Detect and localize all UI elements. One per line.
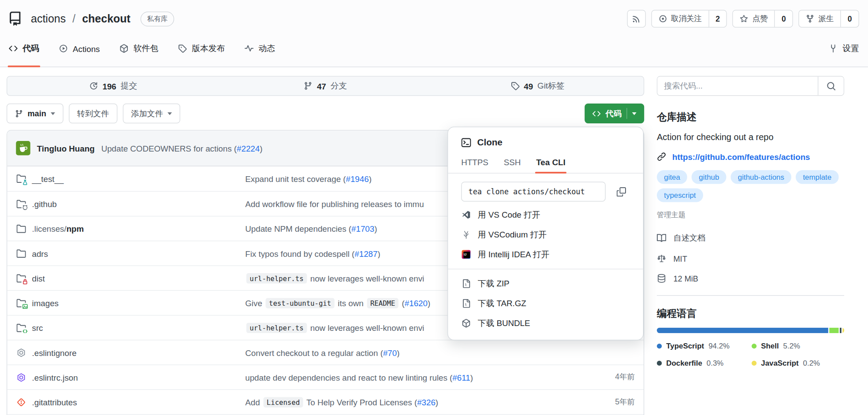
fork-count[interactable]: 0 xyxy=(841,11,859,27)
topic-pill[interactable]: typescript xyxy=(657,189,703,202)
message-text[interactable]: ( xyxy=(399,298,404,308)
download-targz-item[interactable]: 下载 TAR.GZ xyxy=(448,293,643,313)
message-text[interactable]: its own xyxy=(335,298,366,308)
download-bundle-item[interactable]: 下载 BUNDLE xyxy=(448,313,643,333)
file-name-link[interactable]: .eslintrc.json xyxy=(32,373,78,382)
stat-branches[interactable]: 47 分支 xyxy=(220,77,432,96)
language-bar-segment xyxy=(829,328,838,333)
file-name-link[interactable]: .gitattributes xyxy=(32,397,77,407)
message-text[interactable]: Add workflow file for publishing release… xyxy=(245,199,424,208)
readme-link[interactable]: 自述文档 xyxy=(657,233,844,244)
file-name-link[interactable]: npm xyxy=(67,224,84,233)
tab-tea-cli[interactable]: Tea CLI xyxy=(536,158,565,173)
open-vscode-item[interactable]: 用 VS Code 打开 xyxy=(448,205,643,225)
message-text[interactable]: Fix typos found by codespell ( xyxy=(245,248,354,258)
commit-author[interactable]: Tingluo Huang xyxy=(37,144,95,153)
divider xyxy=(626,108,627,119)
message-text[interactable]: To Help Verify Prod Licenses ( xyxy=(304,397,417,407)
repo-tabs: 代码 Actions 软件包 版本发布 xyxy=(0,30,868,67)
watch-count[interactable]: 2 xyxy=(708,11,726,27)
star-count[interactable]: 0 xyxy=(775,11,793,27)
topic-pill[interactable]: gitea xyxy=(657,170,687,184)
message-text[interactable]: ) xyxy=(377,248,380,258)
search-input[interactable] xyxy=(657,77,818,96)
pr-link[interactable]: #611 xyxy=(452,373,470,382)
topic-pill[interactable]: github-actions xyxy=(731,170,792,184)
copy-button[interactable] xyxy=(612,183,630,200)
visibility-badge: 私有库 xyxy=(140,11,174,26)
message-text[interactable]: ) xyxy=(428,298,430,308)
download-bundle-label: 下载 BUNDLE xyxy=(478,318,530,329)
file-name-link[interactable]: __test__ xyxy=(32,174,64,183)
rss-button[interactable] xyxy=(627,10,646,28)
message-text[interactable]: update dev dependencies and react to new… xyxy=(245,373,452,382)
file-name-link[interactable]: images xyxy=(32,298,59,308)
goto-file-button[interactable]: 转到文件 xyxy=(69,104,117,123)
legend-item[interactable]: JavaScript 0.2% xyxy=(752,359,844,367)
tab-https[interactable]: HTTPS xyxy=(461,158,488,173)
chevron-down-icon xyxy=(168,112,172,115)
watch-label: 取消关注 xyxy=(671,14,702,24)
file-name-link[interactable]: .eslintignore xyxy=(32,348,77,357)
repo-name-link[interactable]: checkout xyxy=(82,12,130,25)
file-path-prefix[interactable]: .licenses/ xyxy=(32,224,67,233)
tab-settings[interactable]: 设置 xyxy=(829,30,859,67)
pr-link[interactable]: #1620 xyxy=(405,298,428,308)
stat-tags[interactable]: 49 Git标签 xyxy=(432,77,644,96)
tab-actions[interactable]: Actions xyxy=(59,30,100,67)
message-text[interactable]: ) xyxy=(470,373,473,382)
star-button[interactable]: 点赞 0 xyxy=(733,10,793,28)
add-file-button[interactable]: 添加文件 xyxy=(123,104,180,123)
file-name-link[interactable]: dist xyxy=(32,274,45,283)
message-text[interactable]: Give xyxy=(245,298,264,308)
pr-link[interactable]: #326 xyxy=(417,397,436,407)
branch-selector[interactable]: main xyxy=(7,104,63,123)
pr-link[interactable]: #1287 xyxy=(354,248,377,258)
open-intellij-item[interactable]: 用 Intellij IDEA 打开 xyxy=(448,245,643,264)
message-text[interactable]: ) xyxy=(397,348,399,357)
pr-link[interactable]: #70 xyxy=(383,348,397,357)
message-text[interactable]: ) xyxy=(436,397,438,407)
code-button-label: 代码 xyxy=(606,108,622,119)
code-download-button[interactable]: 代码 xyxy=(585,104,644,123)
tab-releases[interactable]: 版本发布 xyxy=(178,30,225,67)
topic-pill[interactable]: template xyxy=(796,170,838,184)
commit-pr-link[interactable]: #2224 xyxy=(237,144,260,153)
law-icon xyxy=(657,254,666,263)
download-zip-item[interactable]: 下载 ZIP xyxy=(448,274,643,293)
code-icon xyxy=(9,44,18,53)
message-text[interactable]: Update NPM dependencies ( xyxy=(245,224,351,233)
tag-icon xyxy=(178,44,187,53)
tab-code[interactable]: 代码 xyxy=(9,30,39,67)
website-link[interactable]: https://github.com/features/actions xyxy=(672,152,810,161)
tab-ssh[interactable]: SSH xyxy=(504,158,521,173)
file-name-link[interactable]: .github xyxy=(32,199,57,208)
stat-commits[interactable]: 196 提交 xyxy=(7,77,219,96)
repo-owner-link[interactable]: actions xyxy=(31,12,66,25)
topic-pill[interactable]: github xyxy=(692,170,726,184)
open-vscodium-item[interactable]: 用 VSCodium 打开 xyxy=(448,225,643,245)
file-name-link[interactable]: src xyxy=(32,323,43,332)
manage-topics-link[interactable]: 管理主题 xyxy=(657,210,685,220)
tab-packages[interactable]: 软件包 xyxy=(120,30,159,67)
fork-button[interactable]: 派生 0 xyxy=(799,10,859,28)
pr-link[interactable]: #1703 xyxy=(351,224,374,233)
message-text[interactable]: ) xyxy=(369,174,372,183)
message-text[interactable]: now leverages well-known envi xyxy=(308,323,425,332)
message-text[interactable]: Convert checkout to a regular action ( xyxy=(245,348,383,357)
message-text[interactable]: Expand unit test coverage ( xyxy=(245,174,346,183)
license-link[interactable]: MIT xyxy=(657,254,844,263)
avatar[interactable] xyxy=(16,141,30,156)
message-text[interactable]: ) xyxy=(374,224,377,233)
file-name-link[interactable]: adrs xyxy=(32,248,48,258)
legend-item[interactable]: TypeScript 94.2% xyxy=(657,342,752,350)
tab-activity[interactable]: 动态 xyxy=(245,30,275,67)
pr-link[interactable]: #1946 xyxy=(346,174,369,183)
legend-item[interactable]: Shell 5.2% xyxy=(752,342,844,350)
legend-item[interactable]: Dockerfile 0.3% xyxy=(657,359,752,367)
watch-button[interactable]: 取消关注 2 xyxy=(651,10,727,28)
message-text[interactable]: Add xyxy=(245,397,262,407)
search-button[interactable] xyxy=(818,77,844,96)
clone-url-input[interactable] xyxy=(461,182,606,202)
message-text[interactable]: now leverages well-known envi xyxy=(308,274,425,283)
